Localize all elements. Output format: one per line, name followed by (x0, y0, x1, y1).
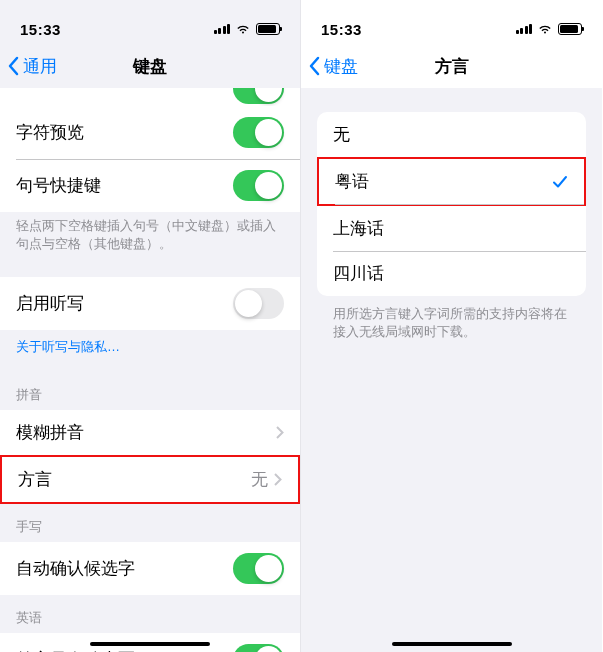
chevron-left-icon (8, 56, 20, 76)
section-header-english: 英语 (0, 595, 300, 633)
row-dictation[interactable]: 启用听写 (0, 277, 300, 330)
row-char-preview[interactable]: 字符预览 (0, 106, 300, 159)
cellular-icon (516, 24, 533, 34)
label: 粤语 (335, 170, 369, 193)
row-partial[interactable] (0, 88, 300, 106)
label: 四川话 (333, 262, 384, 285)
toggle-dictation[interactable] (233, 288, 284, 319)
check-icon (552, 174, 568, 190)
home-indicator[interactable] (90, 642, 210, 647)
row-fuzzy-pinyin[interactable]: 模糊拼音 (0, 410, 300, 455)
battery-icon (558, 23, 582, 35)
footer-text: 轻点两下空格键插入句号（中文键盘）或插入句点与空格（其他键盘）。 (0, 212, 300, 261)
option-cantonese[interactable]: 粤语 (317, 157, 586, 206)
label: 上海话 (333, 217, 384, 240)
row-period-shortcut[interactable]: 句号快捷键 (0, 159, 300, 212)
label: 首字母自动大写 (16, 648, 135, 652)
status-bar: 15:33 (301, 0, 602, 44)
chevron-left-icon (309, 56, 321, 76)
label: 模糊拼音 (16, 421, 84, 444)
battery-icon (256, 23, 280, 35)
label: 无 (333, 123, 350, 146)
label: 自动确认候选字 (16, 557, 135, 580)
toggle[interactable] (233, 88, 284, 104)
back-button[interactable]: 键盘 (309, 55, 358, 78)
value: 无 (251, 468, 268, 491)
status-bar: 15:33 (0, 0, 300, 44)
wifi-icon (235, 21, 251, 38)
toggle-char-preview[interactable] (233, 117, 284, 148)
toggle-auto-cap[interactable] (233, 644, 284, 652)
status-time: 15:33 (20, 21, 61, 38)
wifi-icon (537, 21, 553, 38)
nav-bar: 通用 键盘 (0, 44, 300, 88)
row-dialect[interactable]: 方言 无 (0, 455, 300, 504)
label: 字符预览 (16, 121, 84, 144)
option-sichuan[interactable]: 四川话 (317, 251, 586, 296)
status-icons (214, 21, 281, 38)
back-label: 键盘 (324, 55, 358, 78)
label: 句号快捷键 (16, 174, 101, 197)
section-header-pinyin: 拼音 (0, 372, 300, 410)
cellular-icon (214, 24, 231, 34)
row-auto-confirm[interactable]: 自动确认候选字 (0, 542, 300, 595)
nav-bar: 键盘 方言 (301, 44, 602, 88)
status-icons (516, 21, 583, 38)
toggle-period-shortcut[interactable] (233, 170, 284, 201)
label: 方言 (18, 468, 52, 491)
home-indicator[interactable] (392, 642, 512, 647)
link-dictation-privacy[interactable]: 关于听写与隐私… (0, 330, 300, 372)
status-time: 15:33 (321, 21, 362, 38)
chevron-right-icon (274, 473, 282, 486)
option-shanghai[interactable]: 上海话 (317, 206, 586, 251)
back-label: 通用 (23, 55, 57, 78)
option-none[interactable]: 无 (317, 112, 586, 157)
toggle-auto-confirm[interactable] (233, 553, 284, 584)
back-button[interactable]: 通用 (8, 55, 57, 78)
label: 启用听写 (16, 292, 84, 315)
section-header-handwriting: 手写 (0, 504, 300, 542)
footer-text: 用所选方言键入字词所需的支持内容将在接入无线局域网时下载。 (301, 296, 602, 351)
chevron-right-icon (276, 426, 284, 439)
